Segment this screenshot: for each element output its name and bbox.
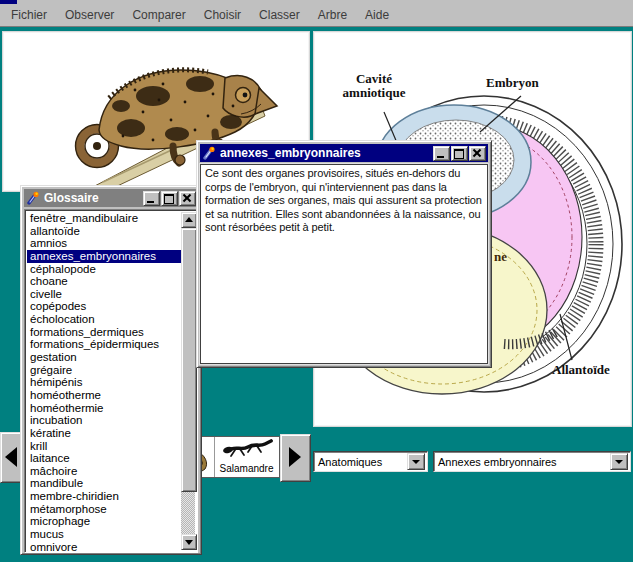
- term-value: Annexes embryonnaires: [434, 456, 610, 468]
- minimize-icon: [147, 201, 154, 203]
- close-icon: [183, 194, 191, 202]
- glossary-items: fenêtre_mandibulaire allantoïde amnios a…: [27, 212, 181, 552]
- torch-icon: [202, 146, 216, 160]
- term-dropdown-button[interactable]: [610, 453, 628, 470]
- list-item[interactable]: kératine: [27, 427, 181, 440]
- minimize-button[interactable]: [433, 146, 450, 161]
- list-item[interactable]: homéotherme: [27, 389, 181, 402]
- thumbnail-label: Salamandre: [214, 463, 279, 474]
- list-item[interactable]: choane: [27, 275, 181, 288]
- list-item[interactable]: incubation: [27, 414, 181, 427]
- list-item[interactable]: gestation: [27, 351, 181, 364]
- list-item[interactable]: civelle: [27, 288, 181, 301]
- chevron-down-icon: [615, 460, 623, 464]
- list-item[interactable]: microphage: [27, 515, 181, 528]
- list-item[interactable]: amnios: [27, 237, 181, 250]
- list-item[interactable]: mâchoire: [27, 465, 181, 478]
- menu-choisir[interactable]: Choisir: [195, 8, 250, 22]
- menu-classer[interactable]: Classer: [250, 8, 309, 22]
- label-embryon: Embryon: [486, 76, 539, 90]
- scroll-down-button[interactable]: [181, 534, 197, 550]
- arrow-left-icon: [5, 447, 17, 467]
- list-item[interactable]: grégaire: [27, 364, 181, 377]
- maximize-button[interactable]: [451, 146, 468, 161]
- list-item-selected[interactable]: annexes_embryonnaires: [27, 250, 181, 263]
- list-item[interactable]: membre-chiridien: [27, 490, 181, 503]
- arrow-down-icon: [185, 540, 193, 545]
- arrow-up-icon: [185, 217, 193, 222]
- glossary-title: Glossaire: [44, 191, 142, 205]
- definition-text: Ce sont des organes provisoires, situés …: [200, 164, 488, 364]
- minimize-icon: [437, 156, 444, 158]
- scroll-up-button[interactable]: [181, 212, 197, 228]
- list-item[interactable]: céphalopode: [27, 263, 181, 276]
- list-item[interactable]: fenêtre_mandibulaire: [27, 212, 181, 225]
- list-item[interactable]: hémipénis: [27, 376, 181, 389]
- list-item[interactable]: mandibule: [27, 477, 181, 490]
- minimize-button[interactable]: [143, 191, 160, 206]
- maximize-button[interactable]: [161, 191, 178, 206]
- list-item[interactable]: écholocation: [27, 313, 181, 326]
- scroll-track[interactable]: [181, 492, 195, 534]
- next-animal-button[interactable]: [280, 434, 311, 482]
- term-combobox[interactable]: Annexes embryonnaires: [433, 451, 631, 472]
- category-combobox[interactable]: Anatomiques: [313, 451, 428, 472]
- glossary-window: Glossaire fenêtre_mandibulaire allantoïd…: [20, 185, 202, 555]
- label-cavite-amniotique: Cavité amniotique: [328, 72, 420, 100]
- list-item[interactable]: krill: [27, 440, 181, 453]
- definition-window: annexes_embryonnaires Ce sont des organe…: [196, 140, 492, 368]
- scroll-thumb[interactable]: [181, 228, 197, 492]
- arrow-right-icon: [289, 447, 301, 467]
- close-button[interactable]: [469, 146, 486, 161]
- list-item-clipped[interactable]: omnivore: [27, 541, 181, 552]
- list-item[interactable]: allantoïde: [27, 225, 181, 238]
- menu-bar: Fichier Observer Comparer Choisir Classe…: [0, 4, 633, 27]
- category-dropdown-button[interactable]: [407, 453, 425, 470]
- maximize-icon: [454, 149, 464, 159]
- salamander-icon: [221, 437, 273, 461]
- list-item[interactable]: métamorphose: [27, 503, 181, 516]
- list-item[interactable]: formations_épidermiques: [27, 338, 181, 351]
- list-item[interactable]: laitance: [27, 452, 181, 465]
- definition-titlebar[interactable]: annexes_embryonnaires: [200, 144, 488, 162]
- menu-aide[interactable]: Aide: [356, 8, 398, 22]
- list-item[interactable]: homéothermie: [27, 402, 181, 415]
- maximize-icon: [164, 194, 174, 204]
- menu-fichier[interactable]: Fichier: [2, 8, 56, 22]
- label-allantoide: Allantoïde: [552, 363, 610, 377]
- close-button[interactable]: [179, 191, 196, 206]
- list-item[interactable]: copépodes: [27, 300, 181, 313]
- glossary-titlebar[interactable]: Glossaire: [24, 189, 198, 207]
- glossary-list: fenêtre_mandibulaire allantoïde amnios a…: [24, 209, 198, 553]
- menu-arbre[interactable]: Arbre: [309, 8, 356, 22]
- definition-title: annexes_embryonnaires: [220, 146, 432, 160]
- glossary-scrollbar[interactable]: [181, 212, 195, 550]
- chevron-down-icon: [412, 460, 420, 464]
- list-item[interactable]: formations_dermiques: [27, 326, 181, 339]
- thumbnail-salamandre[interactable]: Salamandre: [214, 437, 279, 477]
- menu-comparer[interactable]: Comparer: [123, 8, 194, 22]
- close-icon: [473, 149, 481, 157]
- label-hidden-fragment: ne: [494, 250, 507, 264]
- torch-icon: [26, 191, 40, 205]
- category-value: Anatomiques: [314, 456, 407, 468]
- list-item[interactable]: mucus: [27, 528, 181, 541]
- menu-observer[interactable]: Observer: [56, 8, 123, 22]
